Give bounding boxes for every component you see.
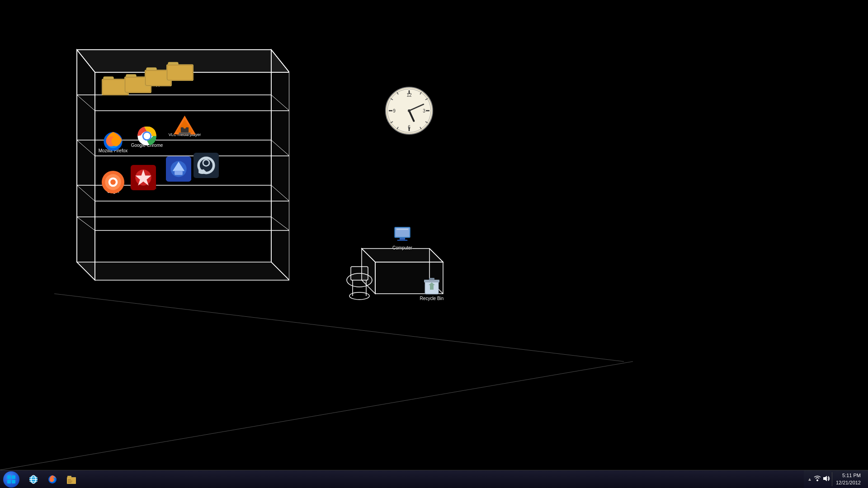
svg-text:9: 9 (393, 108, 396, 113)
start-button[interactable] (0, 470, 23, 488)
taskbar-date: 12/21/2012 (836, 479, 861, 486)
guildwars2-icon[interactable]: Guild Wars 2 (130, 165, 157, 190)
svg-point-42 (184, 126, 186, 129)
svg-point-62 (110, 179, 116, 185)
firefox-icon[interactable]: Mozilla Firefox (99, 129, 127, 154)
svg-point-83 (408, 109, 410, 112)
svg-point-48 (144, 133, 151, 140)
computer-desktop-icon[interactable]: Computer (387, 226, 418, 251)
start-orb[interactable] (3, 471, 19, 488)
svg-marker-120 (823, 476, 827, 481)
svg-point-119 (816, 479, 818, 481)
svg-text:12: 12 (406, 93, 412, 98)
vlc-icon[interactable]: VLC media player (170, 113, 199, 138)
chrome-icon[interactable]: Google Chrome (133, 123, 160, 149)
svg-rect-117 (68, 481, 72, 482)
svg-rect-99 (396, 229, 408, 230)
computer-label: Computer (392, 245, 413, 251)
tray-volume-icon[interactable] (823, 475, 830, 483)
svg-rect-106 (7, 480, 11, 483)
taskbar-tray: ▲ 5:11 PM 12/21/2012 (804, 470, 868, 488)
svg-rect-98 (397, 239, 408, 241)
taskbar: ▲ 5:11 PM 12/21/2012 (0, 470, 868, 488)
svg-rect-97 (400, 238, 405, 239)
svg-rect-56 (175, 171, 183, 175)
origin-icon[interactable]: Origin (99, 169, 127, 195)
taskbar-clock[interactable]: 5:11 PM 12/21/2012 (832, 472, 864, 486)
svg-rect-105 (12, 475, 15, 479)
svg-text:6: 6 (408, 125, 410, 130)
clock-widget: 12 3 6 9 (384, 86, 434, 136)
taskbar-pinned-apps (24, 470, 80, 488)
taskbar-explorer-icon[interactable] (62, 471, 80, 488)
svg-rect-116 (68, 479, 71, 480)
planetside2-icon[interactable]: PlanetSide 2 (163, 156, 194, 182)
svg-rect-104 (7, 475, 11, 479)
svg-line-1 (0, 361, 633, 470)
extras-folder-icon[interactable]: Extras (166, 57, 193, 82)
svg-rect-118 (68, 482, 71, 483)
svg-point-53 (203, 160, 208, 165)
svg-rect-43 (179, 132, 191, 134)
steam-icon[interactable]: Steam (193, 153, 220, 178)
svg-text:3: 3 (423, 108, 425, 113)
tray-network-icon[interactable] (814, 475, 821, 483)
taskbar-time: 5:11 PM (836, 472, 861, 479)
bookshelf: Games Docs Apps (54, 41, 289, 294)
svg-rect-102 (429, 278, 434, 280)
recycle-bin-icon[interactable]: Recycle Bin (416, 277, 448, 302)
svg-line-0 (54, 294, 624, 361)
taskbar-ie-icon[interactable] (24, 471, 42, 488)
tray-icons: ▲ (807, 475, 830, 483)
tray-show-hidden[interactable]: ▲ (807, 477, 812, 482)
taskbar-firefox-icon[interactable] (43, 471, 61, 488)
svg-rect-107 (12, 480, 15, 483)
svg-rect-38 (167, 65, 193, 80)
recycle-bin-label: Recycle Bin (419, 296, 445, 302)
svg-rect-94 (351, 267, 368, 280)
